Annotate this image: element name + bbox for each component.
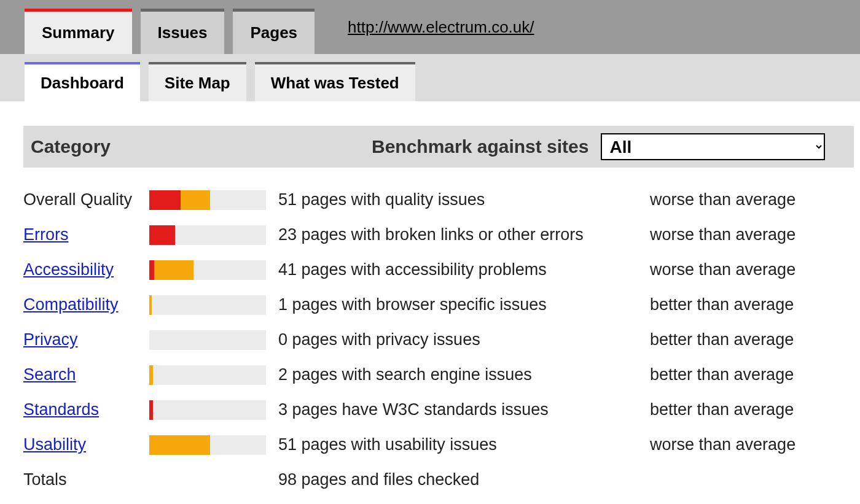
tab-pages[interactable]: Pages	[233, 9, 315, 54]
row-description: 41 pages with accessibility problems	[272, 260, 644, 279]
table-row: Totals98 pages and files checked	[23, 462, 854, 497]
site-url-link[interactable]: http://www.electrum.co.uk/	[348, 18, 534, 37]
mini-bar-chart	[149, 225, 266, 245]
table-row: Search2 pages with search engine issuesb…	[23, 357, 854, 392]
row-compare: worse than average	[644, 435, 854, 454]
bar-cell	[149, 190, 272, 210]
tab-dashboard[interactable]: Dashboard	[25, 62, 140, 101]
header-category-label: Category	[31, 136, 372, 157]
main-tab-bar: Summary Issues Pages http://www.electrum…	[0, 0, 860, 54]
row-description: 51 pages with usability issues	[272, 435, 644, 454]
row-compare: better than average	[644, 330, 854, 349]
table-row: Overall Quality51 pages with quality iss…	[23, 182, 854, 217]
row-compare: better than average	[644, 365, 854, 384]
category-link[interactable]: Compatibility	[23, 295, 149, 314]
row-compare: better than average	[644, 400, 854, 419]
sub-tab-bar: Dashboard Site Map What was Tested	[0, 54, 860, 101]
bar-cell	[149, 330, 272, 350]
row-description: 3 pages have W3C standards issues	[272, 400, 644, 419]
bar-segment-orange	[149, 435, 210, 455]
category-label: Overall Quality	[23, 190, 149, 209]
tab-what-was-tested[interactable]: What was Tested	[255, 62, 415, 101]
table-row: Usability51 pages with usability issuesw…	[23, 427, 854, 462]
tab-summary[interactable]: Summary	[25, 9, 132, 54]
mini-bar-chart	[149, 190, 266, 210]
table-row: Accessibility41 pages with accessibility…	[23, 252, 854, 287]
header-benchmark-label: Benchmark against sites	[372, 136, 588, 157]
row-description: 2 pages with search engine issues	[272, 365, 644, 384]
row-compare: worse than average	[644, 260, 854, 279]
category-link[interactable]: Accessibility	[23, 260, 149, 279]
tab-site-map[interactable]: Site Map	[149, 62, 246, 101]
mini-bar-chart	[149, 435, 266, 455]
bar-cell	[149, 365, 272, 385]
mini-bar-chart	[149, 260, 266, 280]
category-label: Totals	[23, 470, 149, 489]
mini-bar-chart	[149, 295, 266, 315]
row-compare: worse than average	[644, 190, 854, 209]
row-compare: worse than average	[644, 225, 854, 244]
row-compare: better than average	[644, 295, 854, 314]
table-row: Standards3 pages have W3C standards issu…	[23, 392, 854, 427]
bar-cell	[149, 400, 272, 420]
row-description: 23 pages with broken links or other erro…	[272, 225, 644, 244]
table-row: Privacy0 pages with privacy issuesbetter…	[23, 322, 854, 357]
bar-segment-red	[149, 260, 154, 280]
bar-cell	[149, 295, 272, 315]
bar-cell	[149, 225, 272, 245]
mini-bar-chart	[149, 330, 266, 350]
category-link[interactable]: Usability	[23, 435, 149, 454]
row-description: 51 pages with quality issues	[272, 190, 644, 209]
bar-segment-red	[149, 190, 181, 210]
bar-cell	[149, 435, 272, 455]
bar-segment-orange	[154, 260, 194, 280]
category-link[interactable]: Errors	[23, 225, 149, 244]
bar-segment-orange	[181, 190, 210, 210]
benchmark-select[interactable]: All	[601, 133, 825, 160]
tab-issues[interactable]: Issues	[141, 9, 225, 54]
bar-segment-red	[149, 225, 175, 245]
dashboard-content: Category Benchmark against sites All Ove…	[0, 101, 860, 497]
category-link[interactable]: Standards	[23, 400, 149, 419]
table-header: Category Benchmark against sites All	[23, 126, 854, 168]
row-description: 1 pages with browser specific issues	[272, 295, 644, 314]
category-link[interactable]: Search	[23, 365, 149, 384]
bar-cell	[149, 260, 272, 280]
table-row: Compatibility1 pages with browser specif…	[23, 287, 854, 322]
mini-bar-chart	[149, 400, 266, 420]
bar-segment-orange	[149, 365, 153, 385]
mini-bar-chart	[149, 365, 266, 385]
category-rows: Overall Quality51 pages with quality iss…	[23, 182, 854, 497]
row-description: 0 pages with privacy issues	[272, 330, 644, 349]
row-description: 98 pages and files checked	[272, 470, 644, 489]
category-link[interactable]: Privacy	[23, 330, 149, 349]
bar-segment-orange	[149, 295, 152, 315]
bar-segment-red	[149, 400, 153, 420]
table-row: Errors23 pages with broken links or othe…	[23, 217, 854, 252]
